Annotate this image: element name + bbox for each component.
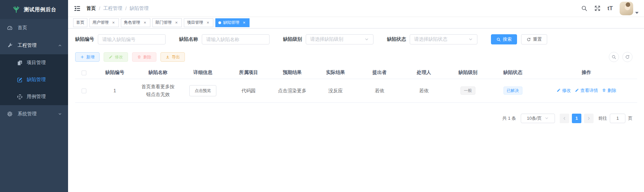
close-icon[interactable]	[174, 20, 179, 25]
plus-icon	[80, 55, 84, 59]
download-icon	[166, 55, 170, 59]
tab-dept-mgmt[interactable]: 部门管理	[152, 18, 182, 27]
column-header: 详细信息	[179, 66, 227, 79]
edit-icon	[17, 77, 23, 83]
sidebar-item-system[interactable]: 系统管理	[0, 105, 68, 123]
tab-user-mgmt[interactable]: 用户管理	[89, 18, 119, 27]
breadcrumb-item-home[interactable]: 首页	[86, 5, 96, 12]
button-label: 删除	[143, 54, 151, 60]
cell-reporter: 若依	[357, 79, 402, 102]
row-view-detail-link[interactable]: 查看详情	[575, 87, 598, 94]
table-toolbar: 新增 修改 删除 导出	[75, 52, 637, 62]
chevron-down-icon	[468, 37, 473, 42]
column-header: 缺陷级别	[446, 66, 490, 79]
column-header: 缺陷名称	[137, 66, 179, 79]
page-size-value: 10条/页	[527, 115, 542, 121]
refresh-table-button[interactable]	[622, 52, 632, 62]
sidebar-item-home[interactable]: 首页	[0, 19, 68, 37]
search-icon[interactable]	[581, 5, 587, 12]
preview-button[interactable]: 点击预览	[189, 85, 216, 96]
fullscreen-icon[interactable]	[594, 5, 601, 12]
cell-detail: 点击预览	[179, 79, 227, 102]
status-badge: 已解决	[503, 87, 522, 95]
tab-label: 首页	[76, 20, 84, 25]
page-content: 缺陷编号 缺陷名称 缺陷级别 请选择缺陷级别 缺陷状态	[68, 28, 644, 192]
gear-icon	[7, 111, 13, 117]
chevron-left-icon	[562, 116, 566, 120]
pencil-icon	[557, 88, 561, 92]
reset-button[interactable]: 重置	[521, 34, 547, 44]
chevron-down-icon	[544, 116, 549, 120]
close-icon[interactable]	[206, 20, 210, 25]
row-checkbox[interactable]	[82, 89, 86, 93]
sidebar-item-testcase[interactable]: 用例管理	[0, 88, 68, 105]
page-number-button[interactable]: 1	[572, 114, 581, 123]
select-all-checkbox[interactable]	[82, 71, 86, 75]
filter-label: 缺陷编号	[75, 36, 94, 42]
defect-table: 缺陷编号 缺陷名称 详细信息 所属项目 预期结果 实际结果 提出者 处理人 缺陷…	[75, 66, 637, 103]
defect-name-input[interactable]	[202, 34, 270, 44]
tab-label: 项目管理	[187, 20, 203, 25]
sidebar-item-project[interactable]: 项目管理	[0, 54, 68, 71]
tool-icon	[7, 42, 13, 49]
tab-defect-mgmt[interactable]: 缺陷管理	[215, 18, 250, 27]
table-row: 1 首页查看更多按钮点击无效 点击预览 代码园 点击渲染更多 没反应 若依 若依…	[75, 79, 637, 102]
export-button[interactable]: 导出	[160, 52, 185, 62]
close-icon[interactable]	[143, 20, 147, 25]
cell-level: 一般	[446, 79, 490, 102]
defect-status-select[interactable]: 请选择缺陷状态	[410, 34, 477, 44]
page-size-select[interactable]: 10条/页	[521, 114, 555, 123]
sidebar-item-label: 项目管理	[27, 60, 62, 66]
filter-label: 缺陷级别	[283, 36, 302, 42]
level-badge: 一般	[460, 87, 475, 95]
toggle-search-button[interactable]	[609, 52, 619, 62]
sidebar-item-label: 缺陷管理	[27, 77, 62, 83]
toolbar-right-actions	[609, 52, 637, 62]
user-menu[interactable]	[620, 2, 639, 15]
next-page-button[interactable]	[584, 114, 594, 123]
search-button[interactable]: 搜索	[491, 34, 517, 44]
sidebar-item-engineering[interactable]: 工程管理	[0, 37, 68, 54]
defect-level-select[interactable]: 请选择缺陷级别	[306, 34, 373, 44]
row-edit-link[interactable]: 修改	[557, 87, 571, 94]
app-title: 测试用例后台	[24, 6, 57, 13]
filter-form: 缺陷编号 缺陷名称 缺陷级别 请选择缺陷级别 缺陷状态	[75, 34, 637, 44]
tab-role-mgmt[interactable]: 角色管理	[121, 18, 150, 27]
button-label: 新增	[86, 54, 94, 60]
prev-page-button[interactable]	[560, 114, 569, 123]
close-icon[interactable]	[111, 20, 116, 25]
link-label: 查看详情	[580, 87, 598, 94]
tab-project-mgmt[interactable]: 项目管理	[184, 18, 213, 27]
tab-label: 角色管理	[124, 20, 140, 25]
sidebar-item-defect[interactable]: 缺陷管理	[0, 71, 68, 88]
column-header: 缺陷状态	[490, 66, 536, 79]
select-placeholder: 请选择缺陷级别	[310, 36, 343, 42]
sidebar-item-label: 首页	[18, 25, 62, 31]
close-icon[interactable]	[242, 20, 246, 25]
pencil-icon	[575, 88, 579, 92]
sidebar-submenu-engineering: 项目管理 缺陷管理 用例管理	[0, 54, 68, 105]
defect-no-input[interactable]	[98, 34, 166, 44]
dashboard-icon	[7, 25, 13, 31]
font-size-icon[interactable]: tT	[607, 5, 613, 11]
chevron-up-icon	[58, 43, 62, 47]
tab-home[interactable]: 首页	[73, 18, 87, 27]
edit-button[interactable]: 修改	[104, 52, 128, 62]
sidebar-fold-icon[interactable]	[73, 5, 81, 12]
table-header-row: 缺陷编号 缺陷名称 详细信息 所属项目 预期结果 实际结果 提出者 处理人 缺陷…	[75, 66, 637, 79]
button-label: 重置	[533, 36, 542, 42]
row-delete-link[interactable]: 删除	[602, 87, 616, 94]
avatar[interactable]	[620, 2, 633, 15]
goto-page-input[interactable]	[610, 114, 625, 123]
sidebar-item-label: 用例管理	[27, 94, 62, 100]
cell-status: 已解决	[490, 79, 536, 102]
sidebar-menu: 首页 工程管理 项目管理	[0, 19, 68, 123]
filter-label: 缺陷名称	[179, 36, 198, 42]
cell-defect-name: 首页查看更多按钮点击无效	[137, 79, 179, 102]
delete-button[interactable]: 删除	[132, 52, 156, 62]
search-icon	[611, 55, 616, 59]
add-button[interactable]: 新增	[75, 52, 100, 62]
guide-icon	[17, 94, 23, 100]
sidebar: 测试用例后台 首页 工程管理	[0, 0, 68, 192]
filter-defect-no: 缺陷编号	[75, 34, 166, 44]
